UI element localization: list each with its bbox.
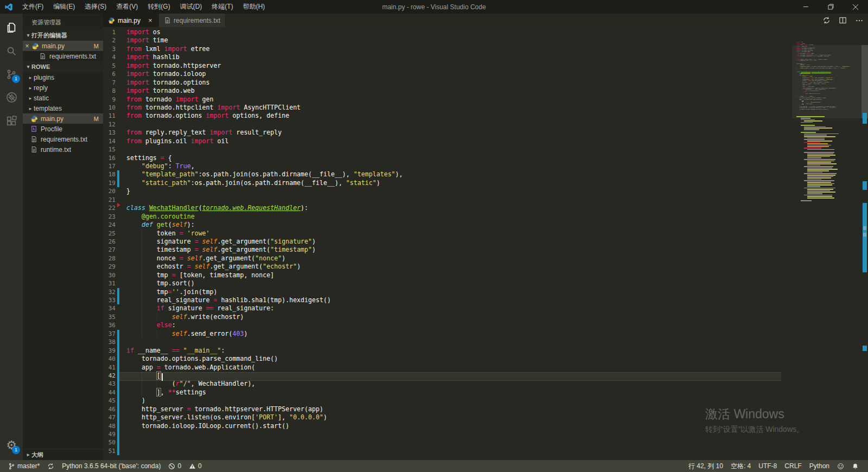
status-item[interactable]: Python — [806, 460, 833, 472]
activity-bar-item-extensions[interactable] — [0, 109, 23, 132]
close-icon[interactable]: × — [23, 42, 31, 50]
menu-item[interactable]: 转到(G) — [143, 0, 175, 14]
chevron-right-icon: ▸ — [27, 85, 34, 91]
restore-button[interactable] — [818, 0, 843, 14]
status-label: Python 3.6.5 64-bit ('base': conda) — [62, 462, 161, 470]
code-editor[interactable]: 1import os2import time3from lxml import … — [103, 27, 868, 460]
menu-item[interactable]: 选择(S) — [80, 0, 111, 14]
git-modified-marker — [117, 137, 119, 145]
minimap-line — [796, 123, 856, 124]
text-cursor — [162, 373, 163, 381]
code-text: import hashlib — [126, 53, 180, 61]
line-number: 26 — [103, 238, 116, 246]
line-number: 35 — [103, 313, 116, 321]
git-modified-marker — [117, 304, 119, 312]
code-line: 27 timestamp = self.get_argument("timest… — [103, 246, 868, 254]
status-item[interactable]: 空格: 4 — [727, 460, 755, 472]
tab-main.py[interactable]: main.py× — [103, 14, 159, 27]
code-line: 3from lxml import etree — [103, 45, 868, 53]
line-number: 24 — [103, 221, 116, 229]
code-text: from plugins.oil import oil — [126, 137, 228, 145]
code-text: nonce = self.get_argument("nonce") — [126, 254, 285, 263]
tree-folder-reply[interactable]: ▸reply — [23, 82, 103, 93]
status-item[interactable] — [43, 460, 58, 472]
tree-file-Procfile[interactable]: Procfile — [23, 124, 103, 134]
line-number: 9 — [103, 95, 116, 104]
status-item[interactable] — [833, 460, 848, 472]
tree-file-requirements.txt[interactable]: requirements.txt — [23, 134, 103, 144]
git-modified-marker — [117, 45, 119, 53]
code-line: 42 [ — [103, 372, 868, 380]
code-text: import tornado.httpserver — [126, 62, 221, 70]
menu-item[interactable]: 终端(T) — [207, 0, 238, 14]
scrollbar[interactable] — [861, 41, 868, 460]
code-text: tornado.options.parse_command_line() — [126, 355, 278, 363]
status-item[interactable]: CRLF — [781, 460, 805, 472]
activity-bar-item-debug[interactable] — [0, 86, 23, 109]
menu-item[interactable]: 编辑(E) — [48, 0, 80, 14]
open-editor-item[interactable]: ×main.pyM — [23, 41, 103, 51]
activity-bar: 1⚙1 — [0, 14, 23, 460]
status-item[interactable]: UTF-8 — [755, 460, 781, 472]
line-number: 43 — [103, 380, 116, 388]
tree-folder-plugins[interactable]: ▸plugins — [23, 72, 103, 82]
tab-label: requirements.txt — [174, 17, 220, 24]
code-line: 36 else: — [103, 321, 868, 329]
status-item[interactable]: 行 42, 列 10 — [685, 460, 727, 472]
git-deleted-marker — [117, 203, 120, 207]
menu-item[interactable]: 文件(F) — [17, 0, 48, 14]
code-line: 46 http_server = tornado.httpserver.HTTP… — [103, 405, 868, 413]
status-label: 0 — [198, 462, 202, 470]
minimize-button[interactable] — [793, 0, 818, 14]
modified-badge: M — [94, 43, 99, 49]
activity-bar-item-settings[interactable]: ⚙1 — [0, 433, 23, 457]
code-line: 1import os — [103, 28, 868, 36]
tree-folder-static[interactable]: ▸static — [23, 93, 103, 103]
open-editors-header[interactable]: ▾ 打开的编辑器 — [23, 30, 103, 41]
minimap-line — [807, 179, 821, 180]
more-actions-icon[interactable] — [855, 16, 864, 25]
tree-file-main.py[interactable]: main.pyM — [23, 113, 103, 124]
split-editor-icon[interactable] — [839, 16, 847, 25]
minimap-line — [807, 156, 830, 157]
status-item[interactable]: 0 — [185, 460, 206, 472]
activity-bar-item-search[interactable] — [0, 39, 23, 62]
minimap-line — [807, 176, 833, 177]
status-item[interactable] — [848, 460, 863, 472]
menu-item[interactable]: 帮助(H) — [238, 0, 270, 14]
modified-badge: M — [94, 116, 99, 122]
scrollbar-thumb[interactable] — [861, 45, 868, 118]
outline-section[interactable]: ▸ 大纲 — [23, 449, 103, 460]
line-number: 51 — [103, 447, 116, 455]
open-editor-item[interactable]: requirements.txt — [23, 51, 103, 61]
status-item[interactable]: 0 — [164, 460, 185, 472]
menu-item[interactable]: 调试(D) — [175, 0, 207, 14]
line-number: 16 — [103, 154, 116, 162]
editor-actions — [822, 14, 864, 27]
minimap-viewport[interactable] — [792, 45, 861, 118]
window-controls — [793, 0, 868, 14]
menu-item[interactable]: 查看(V) — [111, 0, 143, 14]
code-text: import time — [126, 36, 168, 44]
status-item[interactable]: Python 3.6.5 64-bit ('base': conda) — [58, 460, 164, 472]
indent-guide — [142, 388, 142, 397]
status-label: master* — [17, 462, 40, 470]
status-item[interactable]: master* — [4, 460, 43, 472]
sync-icon[interactable] — [822, 16, 831, 25]
folder-name: reply — [34, 84, 48, 92]
line-number: 28 — [103, 254, 116, 263]
git-modified-marker — [117, 154, 119, 162]
minimap-line — [807, 186, 820, 187]
tree-file-runtime.txt[interactable]: runtime.txt — [23, 144, 103, 155]
activity-bar-item-explorer[interactable] — [0, 16, 23, 39]
activity-bar-item-source-control[interactable]: 1 — [0, 62, 23, 86]
tree-folder-templates[interactable]: ▸templates — [23, 103, 103, 113]
minimap-line — [804, 127, 832, 129]
line-number: 29 — [103, 263, 116, 271]
code-line: 21 — [103, 196, 868, 204]
tab-requirements.txt[interactable]: requirements.txt — [159, 14, 226, 27]
close-icon[interactable]: × — [146, 16, 154, 24]
folder-header[interactable]: ▾ ROWE — [23, 61, 103, 72]
code-text: tmp = [token, timestamp, nonce] — [126, 271, 274, 279]
close-button[interactable] — [843, 0, 868, 14]
